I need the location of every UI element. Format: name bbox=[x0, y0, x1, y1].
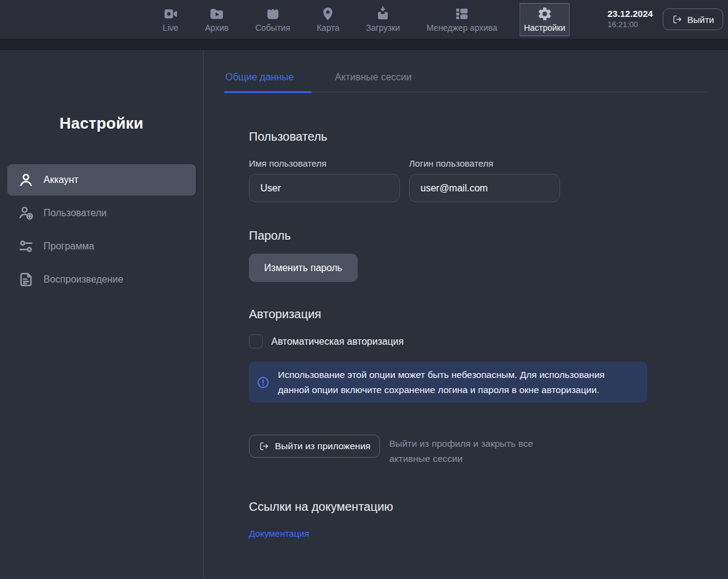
sidebar-title: Настройки bbox=[0, 114, 203, 133]
settings-main: Общие данные Активные сессии Пользовател… bbox=[204, 50, 728, 579]
topnav-item-live[interactable]: Live bbox=[158, 3, 182, 36]
sidebar-item-account[interactable]: Аккаунт bbox=[7, 164, 196, 196]
logout-section: Выйти из приложения Выйти из профиля и з… bbox=[249, 435, 728, 466]
settings-sidebar: Настройки Аккаунт Пользователи Программа bbox=[0, 50, 204, 579]
auto-auth-checkbox-label: Автоматическая авторизация bbox=[271, 336, 404, 347]
topnav-label-downloads: Загрузки bbox=[366, 23, 400, 33]
top-navigation: Live Архив События Карта Загрузки bbox=[158, 3, 570, 36]
datetime-display: 23.12.2024 16:21:00 bbox=[608, 8, 653, 30]
top-bar: Live Архив События Карта Загрузки bbox=[0, 0, 728, 39]
sidebar-item-label: Воспроизведение bbox=[43, 274, 123, 285]
sidebar-item-label: Аккаунт bbox=[43, 174, 79, 185]
logout-icon bbox=[259, 441, 269, 452]
topnav-label-live: Live bbox=[163, 23, 178, 33]
sidebar-nav: Аккаунт Пользователи Программа Воспроизв… bbox=[0, 164, 203, 295]
topbar-right-controls: 23.12.2024 16:21:00 Выйти bbox=[608, 0, 724, 39]
videocam-icon bbox=[163, 6, 178, 22]
sidebar-item-program[interactable]: Программа bbox=[7, 231, 196, 262]
user-add-icon bbox=[18, 205, 34, 222]
sidebar-item-label: Программа bbox=[43, 241, 94, 252]
topnav-item-archive-manager[interactable]: Менеджер архива bbox=[422, 3, 501, 36]
topnav-label-events: События bbox=[255, 23, 290, 33]
user-section-title: Пользователь bbox=[249, 130, 728, 144]
topnav-item-settings[interactable]: Настройки bbox=[520, 3, 570, 36]
archive-grid-icon bbox=[454, 6, 470, 22]
topnav-item-events[interactable]: События bbox=[251, 3, 294, 36]
login-input[interactable] bbox=[409, 174, 560, 202]
logout-app-button-label: Выйти из приложения bbox=[275, 441, 370, 452]
topnav-item-map[interactable]: Карта bbox=[312, 3, 343, 36]
exit-button[interactable]: Выйти bbox=[663, 8, 723, 30]
user-section: Пользователь Имя пользователя Логин поль… bbox=[249, 130, 728, 202]
username-input[interactable] bbox=[249, 174, 400, 202]
sliders-icon bbox=[18, 238, 34, 255]
change-password-button[interactable]: Изменить пароль bbox=[249, 254, 358, 282]
topnav-label-archive: Архив bbox=[205, 23, 228, 33]
auto-auth-checkbox-row[interactable]: Автоматическая авторизация bbox=[249, 334, 728, 348]
auth-warning-box: Использование этой опции может быть небе… bbox=[249, 362, 647, 403]
folder-play-icon bbox=[209, 6, 225, 22]
logout-description: Выйти из профиля и закрыть все активные … bbox=[389, 436, 564, 466]
topnav-item-archive[interactable]: Архив bbox=[201, 3, 233, 36]
tab-active-sessions[interactable]: Активные сессии bbox=[333, 69, 413, 92]
login-field-group: Логин пользователя bbox=[409, 158, 560, 202]
map-pin-icon bbox=[320, 6, 336, 22]
documentation-link[interactable]: Документация bbox=[249, 528, 309, 539]
topnav-item-downloads[interactable]: Загрузки bbox=[362, 3, 404, 36]
password-section: Пароль Изменить пароль bbox=[249, 229, 728, 282]
topnav-label-settings: Настройки bbox=[524, 23, 565, 33]
download-box-icon bbox=[375, 6, 391, 22]
documentation-section: Ссылки на документацию Документация bbox=[249, 500, 728, 539]
info-alert-icon bbox=[256, 376, 270, 389]
current-time: 16:21:00 bbox=[608, 19, 653, 30]
topnav-label-map: Карта bbox=[317, 23, 339, 33]
tab-bar: Общие данные Активные сессии bbox=[224, 69, 708, 92]
login-label: Логин пользователя bbox=[409, 158, 560, 168]
sidebar-item-users[interactable]: Пользователи bbox=[7, 197, 196, 229]
auth-warning-text: Использование этой опции может быть небе… bbox=[278, 367, 639, 397]
docs-section-title: Ссылки на документацию bbox=[249, 500, 728, 514]
exit-button-label: Выйти bbox=[688, 14, 714, 25]
authorization-section-title: Авторизация bbox=[249, 307, 728, 321]
user-icon bbox=[18, 171, 34, 188]
auto-auth-checkbox[interactable] bbox=[249, 334, 263, 348]
content-area: Настройки Аккаунт Пользователи Программа bbox=[0, 50, 728, 579]
current-date: 23.12.2024 bbox=[608, 8, 653, 19]
sidebar-item-playback[interactable]: Воспроизведение bbox=[7, 264, 196, 295]
logout-app-button[interactable]: Выйти из приложения bbox=[249, 435, 380, 458]
password-section-title: Пароль bbox=[249, 229, 728, 243]
settings-sections: Пользователь Имя пользователя Логин поль… bbox=[249, 130, 728, 539]
gear-icon bbox=[536, 6, 552, 22]
logout-icon bbox=[672, 14, 683, 25]
document-icon bbox=[18, 271, 34, 288]
sidebar-item-label: Пользователи bbox=[43, 208, 106, 219]
tab-general-data[interactable]: Общие данные bbox=[224, 69, 295, 92]
user-fields-row: Имя пользователя Логин пользователя bbox=[249, 158, 728, 202]
authorization-section: Авторизация Автоматическая авторизация И… bbox=[249, 307, 728, 403]
username-label: Имя пользователя bbox=[249, 158, 400, 168]
calendar-icon bbox=[265, 6, 280, 22]
username-field-group: Имя пользователя bbox=[249, 158, 400, 202]
topnav-label-archive-manager: Менеджер архива bbox=[427, 23, 497, 33]
workspace-strip bbox=[0, 39, 728, 50]
